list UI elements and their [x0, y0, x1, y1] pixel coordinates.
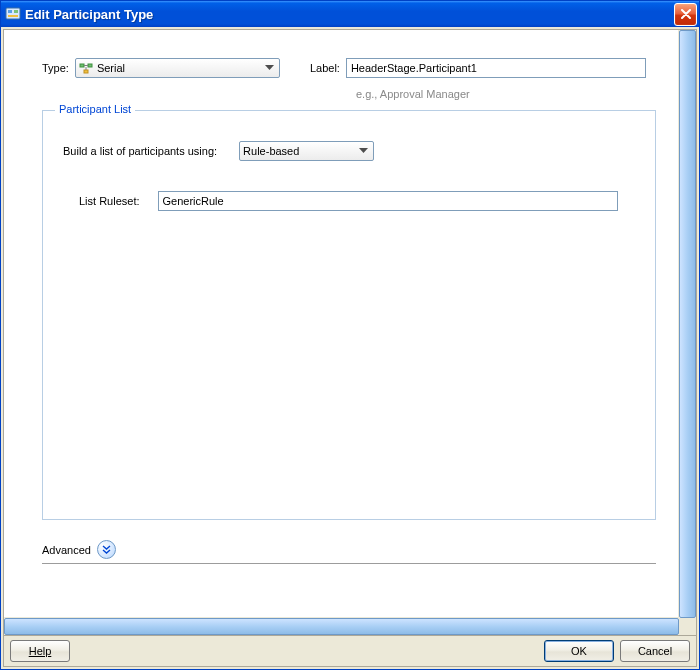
- build-row: Build a list of participants using: Rule…: [63, 141, 635, 161]
- advanced-expander[interactable]: [97, 540, 116, 559]
- dialog-window: Edit Participant Type Type:: [0, 0, 700, 670]
- vertical-scrollbar[interactable]: [678, 30, 696, 618]
- svg-rect-0: [6, 8, 20, 19]
- ruleset-row: List Ruleset:: [63, 191, 635, 211]
- content-pane: Type: Serial: [12, 38, 676, 615]
- type-label: Type:: [42, 62, 69, 74]
- build-method-value: Rule-based: [243, 145, 356, 157]
- advanced-section-header: Advanced: [42, 540, 656, 564]
- participant-list-fieldset: Participant List Build a list of partici…: [42, 110, 656, 520]
- type-combo[interactable]: Serial: [75, 58, 280, 78]
- ok-button[interactable]: OK: [544, 640, 614, 662]
- help-button[interactable]: Help: [10, 640, 70, 662]
- chevron-down-icon: [262, 65, 277, 71]
- window-title: Edit Participant Type: [25, 7, 674, 22]
- label-label: Label:: [310, 62, 340, 74]
- ruleset-label: List Ruleset:: [79, 195, 140, 207]
- build-method-combo[interactable]: Rule-based: [239, 141, 374, 161]
- type-value: Serial: [97, 62, 262, 74]
- label-hint: e.g., Approval Manager: [356, 88, 676, 100]
- svg-rect-4: [80, 64, 84, 67]
- advanced-label: Advanced: [42, 544, 91, 556]
- svg-rect-6: [84, 70, 88, 73]
- svg-rect-3: [8, 15, 18, 17]
- type-label-row: Type: Serial: [12, 38, 676, 82]
- close-button[interactable]: [674, 3, 697, 26]
- chevron-down-icon: [356, 148, 371, 154]
- build-label: Build a list of participants using:: [63, 145, 217, 157]
- client-area: Type: Serial: [3, 29, 697, 667]
- scroll-area: Type: Serial: [4, 30, 696, 635]
- titlebar: Edit Participant Type: [1, 1, 699, 27]
- svg-rect-1: [8, 10, 12, 13]
- app-icon: [5, 6, 21, 22]
- svg-rect-5: [88, 64, 92, 67]
- cancel-button[interactable]: Cancel: [620, 640, 690, 662]
- label-field[interactable]: [346, 58, 646, 78]
- serial-icon: [79, 61, 93, 75]
- ruleset-field[interactable]: [158, 191, 618, 211]
- svg-rect-2: [14, 10, 18, 13]
- vertical-scrollbar-thumb[interactable]: [679, 30, 696, 618]
- horizontal-scrollbar-thumb[interactable]: [4, 618, 679, 635]
- horizontal-scrollbar[interactable]: [4, 617, 679, 635]
- scroll-corner: [679, 618, 696, 635]
- participant-list-legend: Participant List: [55, 103, 135, 115]
- button-bar: Help OK Cancel: [4, 635, 696, 666]
